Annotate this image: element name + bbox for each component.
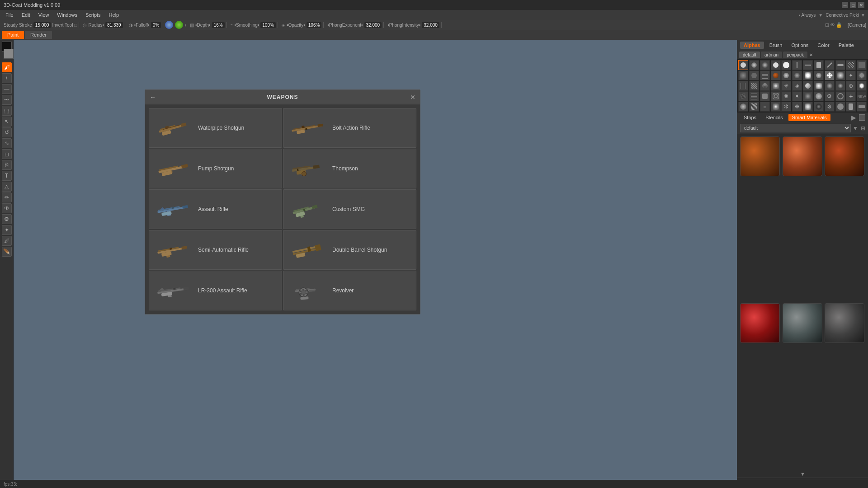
tool-shape[interactable]: △ [2,182,12,192]
background-color[interactable] [4,49,14,59]
depth-value[interactable]: 16% [212,22,225,28]
light-sphere[interactable] [175,21,183,29]
brush-10[interactable] [835,60,845,70]
weapons-close-button[interactable]: ✕ [410,94,415,101]
tool-star[interactable]: ✦ [2,225,12,235]
brush-3[interactable] [760,60,770,70]
brush-25[interactable] [738,81,748,91]
tool-pen[interactable]: ✏ [2,192,12,202]
maximize-button[interactable]: □ [850,2,856,8]
brush-22[interactable] [835,70,845,80]
tool-paint[interactable]: 🖌 [2,62,12,72]
invert-tool-label[interactable]: Invert Tool [52,23,73,28]
brush-1[interactable] [738,60,748,70]
brush-44[interactable] [814,91,824,101]
brush-24[interactable] [857,70,867,80]
radius-value[interactable]: 81,339 [105,22,123,28]
tool-select[interactable]: ⬚ [2,106,12,116]
brush-29[interactable]: ✳ [781,81,791,91]
stroke-mode[interactable]: Always [802,13,816,18]
brush-56[interactable] [814,102,824,112]
preset-tab-penpack[interactable]: penpack [783,52,807,58]
tool-eye[interactable]: 👁 [2,203,12,213]
brush-54[interactable]: ❋ [792,102,802,112]
tool-curve[interactable]: 〜 [2,95,12,105]
brush-57[interactable]: ⚙ [825,102,835,112]
brush-33[interactable] [825,81,835,91]
material-2[interactable] [783,136,822,176]
falloff-value[interactable]: 0% [151,22,161,28]
tool-text[interactable]: T [2,171,12,181]
brush-2[interactable] [749,60,759,70]
brush-27[interactable] [760,81,770,91]
tab-render[interactable]: Render [25,31,52,39]
tool-feather[interactable]: 🪶 [2,247,12,257]
weapon-double-barrel[interactable]: Double Barrel Shotgun [283,230,416,270]
minimize-button[interactable]: ─ [842,2,848,8]
weapon-waterpipe-shotgun[interactable]: Waterpipe Shotgun [149,108,282,148]
tab-alphas[interactable]: Alphas [740,42,764,49]
weapon-assault-rifle[interactable]: Assault Rifle [149,189,282,229]
panel-grid-icon[interactable] [859,114,865,121]
brush-28[interactable] [771,81,781,91]
brush-21[interactable]: ✤ [825,70,835,80]
brush-20[interactable] [814,70,824,80]
weapon-semi-auto-rifle[interactable]: Semi-Automatic Rifle [149,230,282,270]
brush-47[interactable]: + [846,91,856,101]
brush-34[interactable] [835,81,845,91]
tool-fill[interactable]: / [2,73,12,83]
steady-stroke-value[interactable]: 15,000 [33,22,51,28]
preset-tab-artman[interactable]: artman [761,52,782,58]
brush-42[interactable]: ✷ [792,91,802,101]
tab-brush[interactable]: Brush [766,42,786,49]
material-3[interactable] [825,136,864,176]
close-button[interactable]: ✕ [858,2,864,8]
weapon-custom-smg[interactable]: Custom SMG [283,189,416,229]
brush-31[interactable] [803,81,813,91]
env-sphere[interactable] [165,21,173,29]
brush-37[interactable] [738,91,748,101]
material-6[interactable] [825,303,864,343]
tool-rotate[interactable]: ↺ [2,127,12,137]
brush-7[interactable] [803,60,813,70]
tab-smart-materials[interactable]: Smart Materials [788,114,830,121]
tab-stencils[interactable]: Stencils [762,114,787,121]
phong-int-value[interactable]: 32,000 [422,22,439,28]
smoothing-value[interactable]: 100% [260,22,276,28]
brush-8[interactable] [814,60,824,70]
brush-16[interactable] [771,70,781,80]
weapon-revolver[interactable]: Revolver [283,271,416,310]
brush-60[interactable] [857,102,867,112]
brush-59[interactable] [846,102,856,112]
brush-17[interactable] [781,70,791,80]
brush-9[interactable] [825,60,835,70]
brush-12[interactable] [857,60,867,70]
brush-18[interactable] [792,70,802,80]
brush-53[interactable]: ✼ [781,102,791,112]
weapon-thompson[interactable]: Thompson [283,149,416,188]
material-4[interactable] [740,303,780,343]
panel-arrow-icon[interactable]: ▶ [851,114,856,121]
brush-6[interactable] [792,60,802,70]
brush-4[interactable] [771,60,781,70]
tab-color[interactable]: Color [814,42,833,49]
brush-45[interactable]: ⚙ [825,91,835,101]
brush-51[interactable]: ≡ [760,102,770,112]
brush-50[interactable] [749,102,759,112]
brush-35[interactable]: ⊕ [846,81,856,91]
opacity-value[interactable]: 106% [307,22,322,28]
phong-exp-value[interactable]: 32,000 [364,22,382,28]
tool-scale[interactable]: ⤡ [2,138,12,148]
brush-36[interactable] [857,81,867,91]
menu-view[interactable]: View [35,11,53,19]
weapons-back-button[interactable]: ← [150,94,156,101]
brush-13[interactable] [738,70,748,80]
grid-settings-icon[interactable]: ⊞ [861,125,865,131]
brush-46[interactable] [835,91,845,101]
tool-eraser[interactable]: ◻ [2,149,12,159]
brush-41[interactable]: ✺ [781,91,791,101]
brush-5[interactable] [781,60,791,70]
tool-clone[interactable]: ⎘ [2,160,12,170]
tab-paint[interactable]: Paint [2,31,24,39]
dropdown-arrow-icon[interactable]: ▼ [853,125,858,131]
